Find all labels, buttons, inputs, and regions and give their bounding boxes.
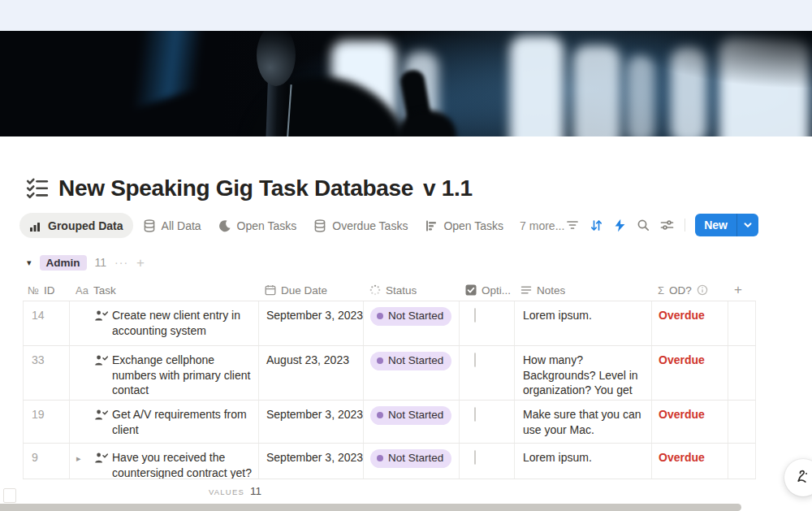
person-check-icon	[94, 409, 108, 421]
view-tab-all-data[interactable]: All Data	[136, 213, 209, 238]
values-label: VALUES	[209, 487, 244, 496]
person-check-icon	[94, 310, 108, 322]
column-header-optional[interactable]: Opti...	[459, 279, 514, 301]
group-disclosure-triangle-icon[interactable]: ▾	[27, 258, 32, 268]
status-badge[interactable]: Not Started	[370, 406, 451, 425]
group-more-icon[interactable]: ···	[114, 256, 128, 269]
task-title: Create new client entry in accounting sy…	[112, 309, 240, 337]
cell-task[interactable]: Exchange cellphone numbers with primary …	[69, 346, 258, 400]
view-tab-label: All Data	[162, 219, 201, 232]
cell-optional[interactable]	[459, 401, 514, 443]
checkbox[interactable]	[474, 407, 476, 422]
sort-icon[interactable]	[588, 217, 604, 233]
database-icon	[313, 219, 326, 232]
view-tab-label: Grouped Data	[48, 219, 123, 232]
horizontal-scrollbar[interactable]	[0, 504, 741, 511]
view-options-sliders-icon[interactable]	[659, 217, 675, 233]
cell-due-date[interactable]: September 3, 2023	[258, 401, 363, 443]
plus-icon: +	[734, 282, 742, 298]
view-tab-grouped-data[interactable]: Grouped Data	[19, 213, 133, 238]
status-badge[interactable]: Not Started	[370, 352, 451, 370]
cell-id[interactable]: 33	[23, 346, 69, 400]
checkbox[interactable]	[474, 450, 476, 465]
cell-notes[interactable]: Lorem ipsum.	[514, 301, 651, 345]
cell-empty	[728, 444, 756, 479]
column-header-od-formula[interactable]: Σ OD?	[651, 279, 728, 301]
cell-notes[interactable]: Lorem ipsum.	[514, 444, 651, 479]
column-header-task[interactable]: Aa Task	[69, 279, 258, 301]
cell-id[interactable]: 19	[23, 401, 69, 443]
page-title-version: v 1.1	[423, 175, 473, 201]
cell-due-date[interactable]: August 23, 2023	[258, 346, 363, 400]
timeline-icon	[425, 219, 438, 232]
search-icon[interactable]	[635, 217, 651, 233]
status-badge[interactable]: Not Started	[370, 449, 451, 468]
group-values-summary[interactable]: VALUES 11	[209, 485, 261, 497]
values-count: 11	[250, 485, 261, 497]
help-squiggle-button[interactable]	[784, 459, 812, 496]
view-tab-open-tasks[interactable]: Open Tasks	[211, 213, 304, 238]
cell-optional[interactable]	[459, 444, 514, 479]
cell-id[interactable]: 14	[23, 301, 69, 345]
filter-icon[interactable]	[564, 217, 581, 233]
cell-due-date[interactable]: September 3, 2023	[258, 301, 363, 345]
toolbar-divider	[685, 219, 685, 232]
status-spinner-icon	[369, 284, 381, 296]
group-add-icon[interactable]: +	[136, 256, 145, 270]
cell-status[interactable]: Not Started	[363, 346, 459, 400]
page-title-row: New Speaking Gig Task Databasev 1.1	[26, 175, 473, 201]
view-toolbar: New	[564, 214, 758, 236]
cell-optional[interactable]	[459, 346, 514, 400]
ghost-checkbox[interactable]	[3, 488, 16, 503]
cell-optional[interactable]	[459, 301, 514, 345]
cover-top-strip	[0, 0, 812, 31]
cell-task[interactable]: Create new client entry in accounting sy…	[69, 301, 258, 345]
checkbox-checked-icon	[465, 284, 477, 296]
status-badge[interactable]: Not Started	[370, 307, 451, 326]
sigma-formula-icon: Σ	[658, 284, 664, 297]
expand-triangle-icon[interactable]: ▸	[76, 451, 81, 466]
cell-notes[interactable]: Make sure that you can use your Mac.	[514, 401, 651, 443]
cover-dark-corner	[617, 31, 812, 88]
task-title: Have you received the countersigned cont…	[112, 451, 252, 479]
column-header-notes[interactable]: Notes	[514, 279, 651, 301]
checklist-icon[interactable]	[26, 177, 49, 200]
cell-od-formula[interactable]: Overdue	[651, 401, 728, 443]
cell-status[interactable]: Not Started	[363, 401, 459, 443]
more-views-button[interactable]: 7 more...	[520, 219, 564, 232]
cell-task[interactable]: Get A/V requirements from client	[69, 401, 258, 443]
table-header-row: № ID Aa Task Due Date Status	[23, 279, 756, 301]
microphone-stem	[265, 78, 287, 136]
cell-status[interactable]: Not Started	[363, 444, 459, 479]
cell-status[interactable]: Not Started	[363, 301, 459, 345]
table-row: 33 Exchange cellphone numbers with prima…	[23, 346, 756, 401]
new-button-label: New	[695, 219, 736, 232]
cell-od-formula[interactable]: Overdue	[651, 444, 728, 479]
view-tab-overdue-tasks[interactable]: Overdue Tasks	[306, 213, 415, 238]
cover-image[interactable]	[0, 31, 812, 136]
cell-task[interactable]: ▸ Have you received the countersigned co…	[69, 444, 258, 479]
cell-id[interactable]: 9	[23, 444, 69, 479]
cell-od-formula[interactable]: Overdue	[651, 301, 728, 345]
column-header-id[interactable]: № ID	[23, 279, 69, 301]
column-header-status[interactable]: Status	[363, 279, 459, 301]
checkbox[interactable]	[474, 353, 476, 367]
view-tab-label: Overdue Tasks	[332, 219, 408, 232]
info-icon[interactable]	[697, 284, 708, 296]
cell-notes[interactable]: How many? Backgrounds? Level in organiza…	[514, 346, 651, 400]
cell-od-formula[interactable]: Overdue	[651, 346, 728, 400]
page-title[interactable]: New Speaking Gig Task Databasev 1.1	[58, 175, 473, 201]
status-dot-icon	[377, 313, 383, 319]
add-column-button[interactable]: +	[728, 279, 756, 301]
chevron-down-icon[interactable]	[737, 214, 758, 236]
status-dot-icon	[377, 455, 383, 461]
group-badge-admin[interactable]: Admin	[40, 255, 87, 271]
view-tab-open-tasks-2[interactable]: Open Tasks	[417, 213, 511, 238]
cell-due-date[interactable]: September 3, 2023	[258, 444, 363, 479]
new-button[interactable]: New	[695, 214, 758, 236]
column-header-due-date[interactable]: Due Date	[258, 279, 363, 301]
checkbox[interactable]	[474, 308, 476, 323]
task-title: Exchange cellphone numbers with primary …	[112, 353, 250, 396]
database-icon	[143, 219, 156, 232]
automation-zap-icon[interactable]	[611, 217, 628, 233]
